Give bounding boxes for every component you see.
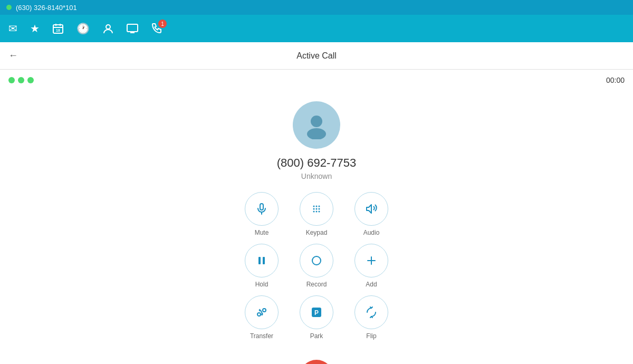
flip-button[interactable] xyxy=(354,295,388,329)
status-indicator-dot xyxy=(6,5,12,10)
svg-point-28 xyxy=(263,309,266,312)
caller-id-label: (630) 326-8140*101 xyxy=(16,4,77,12)
record-button[interactable] xyxy=(300,244,333,277)
action-add: Add xyxy=(350,244,392,288)
action-mute: Mute xyxy=(241,192,283,236)
action-hold: Hold xyxy=(241,244,283,288)
svg-rect-23 xyxy=(263,257,265,264)
svg-point-27 xyxy=(257,313,261,316)
page-title: Active Call xyxy=(296,51,337,61)
svg-text:18: 18 xyxy=(56,28,60,32)
caller-avatar xyxy=(293,101,340,149)
svg-point-15 xyxy=(319,206,320,207)
action-record: Record xyxy=(295,244,338,288)
nav-messages-icon[interactable]: ✉ xyxy=(8,22,17,35)
svg-point-19 xyxy=(313,211,315,213)
svg-point-24 xyxy=(312,256,321,265)
sub-bar: 00:00 xyxy=(0,70,633,91)
add-button[interactable] xyxy=(354,244,388,277)
dot-indicators xyxy=(8,77,34,83)
nav-bar: ✉ ★ 18 🕐 1 xyxy=(0,15,633,42)
dot-2 xyxy=(18,77,24,83)
nav-contacts-icon[interactable] xyxy=(102,23,114,34)
call-area: (800) 692-7753 Unknown Mute xyxy=(0,91,633,364)
svg-rect-6 xyxy=(127,24,138,32)
record-label: Record xyxy=(306,281,327,288)
action-transfer: Transfer xyxy=(241,295,283,340)
action-keypad: Keypad xyxy=(295,192,338,236)
svg-point-21 xyxy=(319,211,320,213)
add-label: Add xyxy=(366,281,377,288)
keypad-label: Keypad xyxy=(306,229,328,236)
back-button[interactable]: ← xyxy=(8,50,18,61)
audio-button[interactable] xyxy=(354,192,388,226)
caller-number: (800) 692-7753 xyxy=(277,156,356,170)
transfer-label: Transfer xyxy=(250,332,273,340)
hold-button[interactable] xyxy=(245,244,279,277)
audio-label: Audio xyxy=(363,229,380,236)
call-timer: 00:00 xyxy=(606,76,625,84)
nav-calendar-icon[interactable]: 18 xyxy=(52,23,64,34)
svg-rect-11 xyxy=(260,204,263,210)
page-header: ← Active Call xyxy=(0,42,633,70)
phone-badge: 1 xyxy=(158,20,167,28)
svg-text:P: P xyxy=(314,309,319,317)
svg-point-13 xyxy=(313,206,315,207)
svg-point-17 xyxy=(316,208,318,210)
dot-1 xyxy=(8,77,15,83)
action-flip: Flip xyxy=(350,295,392,340)
nav-phone-icon[interactable]: 1 xyxy=(151,23,162,34)
svg-point-18 xyxy=(319,208,320,210)
status-bar: (630) 326-8140*101 xyxy=(0,0,633,15)
svg-point-20 xyxy=(316,211,318,213)
actions-grid: Mute Keypad xyxy=(241,192,392,340)
transfer-button[interactable] xyxy=(245,295,279,329)
end-call-area xyxy=(300,360,333,364)
nav-favorites-icon[interactable]: ★ xyxy=(30,22,40,35)
flip-label: Flip xyxy=(366,332,376,340)
action-audio: Audio xyxy=(350,192,392,236)
caller-name: Unknown xyxy=(301,172,332,180)
hold-label: Hold xyxy=(255,281,268,288)
svg-point-14 xyxy=(316,206,318,207)
svg-rect-22 xyxy=(258,257,261,264)
keypad-button[interactable] xyxy=(300,192,333,226)
mute-label: Mute xyxy=(255,229,269,236)
park-label: Park xyxy=(310,332,323,340)
svg-point-16 xyxy=(313,208,315,210)
svg-point-10 xyxy=(307,128,326,139)
end-call-button[interactable] xyxy=(300,360,333,364)
svg-point-9 xyxy=(311,116,322,127)
action-park: P Park xyxy=(295,295,338,340)
svg-point-5 xyxy=(106,25,110,29)
mute-button[interactable] xyxy=(245,192,279,226)
park-button[interactable]: P xyxy=(300,295,333,329)
nav-history-icon[interactable]: 🕐 xyxy=(76,22,90,35)
nav-desktop-icon[interactable] xyxy=(127,23,138,34)
dot-3 xyxy=(27,77,34,83)
